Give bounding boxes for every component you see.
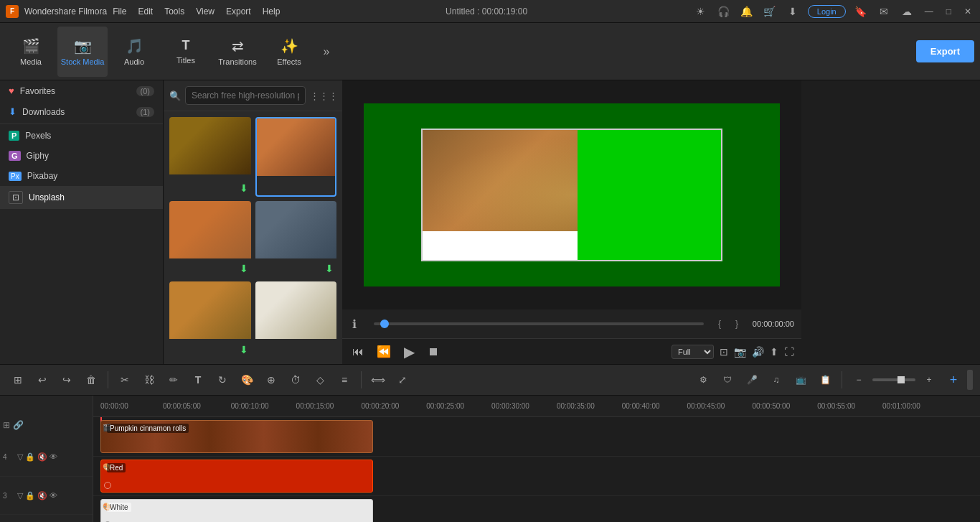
export-frame-icon[interactable]: ⬆ <box>770 346 778 358</box>
rotate-button[interactable]: ↻ <box>212 370 233 390</box>
menu-edit[interactable]: Edit <box>138 6 154 17</box>
settings-button[interactable]: ≡ <box>334 370 355 390</box>
redo-button[interactable]: ↪ <box>56 370 77 390</box>
add-track-button[interactable]: + <box>943 370 964 390</box>
zoom-select[interactable]: Full 50% 75% 100% <box>672 345 714 359</box>
track-4-eye-icon[interactable]: 👁 <box>50 452 57 462</box>
media-thumb-3[interactable]: ⬇ <box>169 201 251 278</box>
zoom-out-button[interactable]: − <box>848 370 870 390</box>
sidebar-item-downloads[interactable]: ⬇ Downloads (1) <box>0 101 163 122</box>
rewind-button[interactable]: ⏪ <box>374 345 394 358</box>
split-audio-button[interactable]: ⟺ <box>367 370 389 390</box>
sun-icon[interactable]: ☀ <box>693 4 709 19</box>
menu-help[interactable]: Help <box>263 6 281 17</box>
track-3-expand-icon[interactable]: ▽ <box>17 491 23 500</box>
link-button[interactable]: ⛓ <box>138 370 160 390</box>
bookmark-icon[interactable]: 🔖 <box>853 4 869 19</box>
info-button[interactable]: ℹ <box>349 317 359 331</box>
timeline-slider[interactable] <box>374 322 704 325</box>
bracket-open[interactable]: { <box>718 319 721 329</box>
maximize-button[interactable]: □ <box>943 6 954 17</box>
timer-button[interactable]: ⏱ <box>285 370 306 390</box>
track-3-lock-icon[interactable]: 🔒 <box>25 491 35 500</box>
zoom-bar[interactable] <box>872 378 915 381</box>
menu-export[interactable]: Export <box>226 6 251 17</box>
shield-icon[interactable]: 🛡 <box>717 370 738 390</box>
grid-icon[interactable]: ⋮⋮⋮ <box>310 90 338 101</box>
music-icon[interactable]: ♫ <box>765 370 787 390</box>
panel-resize-handle[interactable] <box>967 370 973 390</box>
menu-file[interactable]: File <box>113 6 126 17</box>
notification-icon[interactable]: 🔔 <box>739 4 755 19</box>
tool-media[interactable]: 🎬 Media <box>6 27 56 77</box>
stop-button[interactable]: ⏹ <box>425 345 442 358</box>
undo-button[interactable]: ↩ <box>32 370 53 390</box>
mic-icon[interactable]: 🎤 <box>741 370 763 390</box>
track-clip-food[interactable]: 🎬 Pumpkin cinnamon rolls <box>100 420 373 453</box>
headset-icon[interactable]: 🎧 <box>716 4 732 19</box>
screenshot-icon[interactable]: 📷 <box>734 346 746 358</box>
cloud-icon[interactable]: ☁ <box>899 4 915 19</box>
track-clip-red[interactable]: 🎨 Red <box>100 460 373 493</box>
menu-view[interactable]: View <box>196 6 215 17</box>
sidebar-item-favorites[interactable]: ♥ Favorites (0) <box>0 80 163 101</box>
close-button[interactable]: ✕ <box>961 6 974 17</box>
delete-button[interactable]: 🗑 <box>80 370 102 390</box>
monitor-icon[interactable]: 📺 <box>790 370 811 390</box>
fullscreen-icon[interactable]: ⛶ <box>784 346 794 358</box>
minimize-button[interactable]: — <box>922 6 936 17</box>
pen-button[interactable]: ✏ <box>163 370 184 390</box>
media-thumb-4[interactable]: ⬇ <box>255 201 337 278</box>
volume-icon[interactable]: 🔊 <box>752 346 764 358</box>
sidebar-item-unsplash[interactable]: ⊡ Unsplash <box>0 186 163 209</box>
more-tools-button[interactable]: » <box>316 41 337 62</box>
add-button[interactable]: ⊕ <box>260 370 282 390</box>
media-thumb-1[interactable]: ⬇ <box>169 117 251 197</box>
track-clip-white[interactable]: 🎨 White <box>100 499 373 522</box>
copy-icon[interactable]: 📋 <box>814 370 836 390</box>
tool-audio[interactable]: 🎵 Audio <box>109 27 159 77</box>
tool-stock-media[interactable]: 📷 Stock Media <box>57 27 108 77</box>
search-input[interactable] <box>185 86 306 105</box>
link-tracks-button[interactable]: 🔗 <box>13 420 24 430</box>
media-thumb-5[interactable]: ⬇ <box>169 281 251 358</box>
zoom-in-button[interactable]: + <box>918 370 940 390</box>
login-button[interactable]: Login <box>808 5 846 18</box>
color-button[interactable]: 🎨 <box>236 370 258 390</box>
preview-food-image <box>423 130 721 260</box>
cut-button[interactable]: ✂ <box>114 370 136 390</box>
fit-icon[interactable]: ⊡ <box>720 346 728 358</box>
track-icons-3: ▽ 🔒 🔇 👁 <box>17 491 57 500</box>
tool-titles[interactable]: T Titles <box>161 27 211 77</box>
play-button[interactable]: ▶ <box>401 343 418 360</box>
prev-frame-button[interactable]: ⏮ <box>349 345 367 358</box>
sidebar-item-giphy[interactable]: G Giphy <box>0 146 163 166</box>
menu-tools[interactable]: Tools <box>164 6 184 17</box>
text-button[interactable]: T <box>187 370 209 390</box>
media-thumb-6[interactable] <box>255 281 337 358</box>
bracket-close[interactable]: } <box>735 319 738 329</box>
media-thumb-2[interactable] <box>255 117 337 197</box>
mail-icon[interactable]: ✉ <box>876 4 892 19</box>
time-ruler: 00:00:00 00:00:05:00 00:00:10:00 00:00:1… <box>93 396 980 417</box>
cart-icon[interactable]: 🛒 <box>762 4 778 19</box>
sidebar-item-pexels[interactable]: P Pexels <box>0 126 163 146</box>
ripple-button[interactable]: ⤢ <box>392 370 413 390</box>
add-track-header-button[interactable]: ⊞ <box>3 420 10 430</box>
track-3-eye-icon[interactable]: 👁 <box>50 491 57 500</box>
layout-button[interactable]: ⊞ <box>7 370 29 390</box>
track-4-mute-icon[interactable]: 🔇 <box>37 452 47 462</box>
track-3-mute-icon[interactable]: 🔇 <box>37 491 47 500</box>
keyframe-button[interactable]: ◇ <box>309 370 331 390</box>
time-mark-20: 00:00:20:00 <box>361 402 399 410</box>
gear-icon[interactable]: ⚙ <box>692 370 714 390</box>
tool-transitions[interactable]: ⇄ Transitions <box>212 27 263 77</box>
track-4-expand-icon[interactable]: ▽ <box>17 452 23 462</box>
export-button[interactable]: Export <box>916 40 974 62</box>
track-4-lock-icon[interactable]: 🔒 <box>25 452 35 462</box>
tool-effects[interactable]: ✨ Effects <box>264 27 314 77</box>
download-icon[interactable]: ⬇ <box>785 4 801 19</box>
pexels-label: Pexels <box>25 131 154 141</box>
track-header-2: 2 ▽ 🔒 🔇 👁 <box>0 515 93 522</box>
sidebar-item-pixabay[interactable]: Px Pixabay <box>0 166 163 186</box>
